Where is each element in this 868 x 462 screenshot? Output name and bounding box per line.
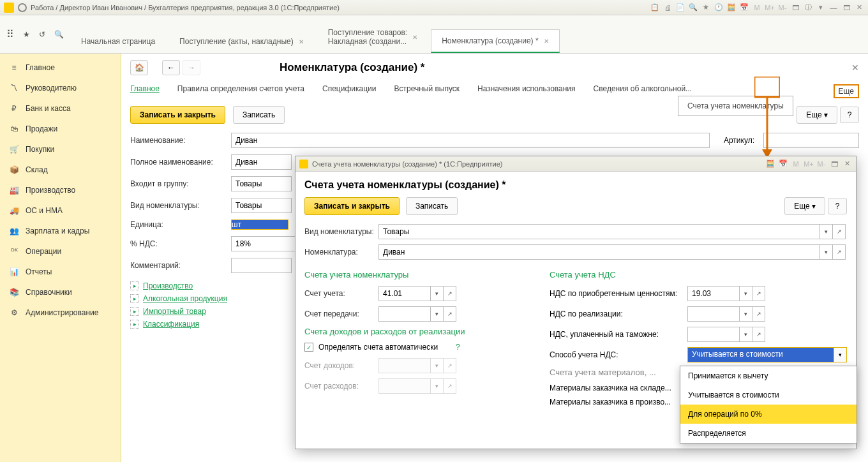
- acc-combo[interactable]: ▾↗: [378, 286, 456, 301]
- dropdown-opt-distribute[interactable]: Распределяется: [680, 424, 857, 443]
- sidebar-item-salary[interactable]: 👥Зарплата и кадры: [0, 221, 121, 241]
- open-icon[interactable]: ↗: [752, 307, 765, 321]
- close-icon[interactable]: ✕: [842, 159, 852, 169]
- kind-input[interactable]: [231, 198, 292, 213]
- help-icon[interactable]: ?: [456, 343, 460, 352]
- popup-more-button[interactable]: Еще ▾: [784, 197, 825, 215]
- sidebar-item-bank[interactable]: ₽Банк и касса: [0, 98, 121, 119]
- sidebar-item-main[interactable]: ≡Главное: [0, 57, 121, 78]
- apps-icon[interactable]: ⠿: [6, 28, 14, 40]
- close-icon[interactable]: ✕: [854, 3, 864, 13]
- popup-nom-input[interactable]: [379, 245, 819, 259]
- calc-icon[interactable]: 🧮: [726, 3, 737, 13]
- sidebar-item-sales[interactable]: 🛍Продажи: [0, 119, 121, 139]
- vat-method-combo[interactable]: Учитывается в стоимости ▾: [687, 347, 847, 362]
- sidebar-item-reports[interactable]: 📊Отчеты: [0, 262, 121, 282]
- expand-icon[interactable]: ▸: [130, 320, 139, 329]
- name-input[interactable]: [231, 133, 710, 148]
- m-btn[interactable]: M: [791, 159, 801, 169]
- popup-help-button[interactable]: ?: [828, 198, 847, 214]
- subnav-main[interactable]: Главное: [130, 84, 160, 98]
- minimize-icon[interactable]: —: [828, 3, 839, 13]
- subnav-usage[interactable]: Назначения использования: [477, 84, 575, 98]
- m-minus-btn[interactable]: M-: [777, 3, 788, 13]
- toolbar-icon[interactable]: 📄: [675, 3, 685, 13]
- star-icon[interactable]: ★: [23, 30, 30, 39]
- dropdown-icon[interactable]: ▾: [816, 3, 826, 13]
- help-button[interactable]: ?: [840, 107, 859, 123]
- close-page-icon[interactable]: ✕: [851, 63, 859, 73]
- tab-acts[interactable]: Поступление (акты, накладные)✕: [168, 30, 315, 53]
- dropdown-icon[interactable]: ▾: [834, 348, 846, 362]
- home-button[interactable]: 🏠: [130, 60, 148, 75]
- comment-input[interactable]: [231, 258, 292, 273]
- sidebar-item-assets[interactable]: 🚚ОС и НМА: [0, 200, 121, 221]
- link-production[interactable]: Производство: [143, 281, 193, 290]
- open-icon[interactable]: ↗: [443, 307, 456, 321]
- m-minus-btn[interactable]: M-: [816, 159, 827, 169]
- vat-real-combo[interactable]: ▾↗: [687, 306, 765, 322]
- dropdown-opt-deduct[interactable]: Принимается к вычету: [680, 366, 857, 385]
- clock-icon[interactable]: 🕐: [714, 3, 724, 13]
- toolbar-icon[interactable]: 🖨: [662, 3, 673, 13]
- cal-icon[interactable]: 📅: [778, 159, 788, 169]
- open-icon[interactable]: ↗: [752, 287, 765, 301]
- subnav-specs[interactable]: Спецификации: [322, 84, 376, 98]
- link-classification[interactable]: Классификация: [143, 320, 199, 329]
- sidebar-item-purchases[interactable]: 🛒Покупки: [0, 139, 121, 160]
- link-alcohol[interactable]: Алкогольная продукция: [143, 294, 227, 303]
- sidebar-item-warehouse[interactable]: 📦Склад: [0, 160, 121, 180]
- subnav-alcohol[interactable]: Сведения об алкогольной...: [594, 84, 692, 98]
- unit-input[interactable]: [231, 220, 288, 230]
- calc-icon[interactable]: 🧮: [765, 159, 775, 169]
- search-icon[interactable]: 🔍: [54, 30, 64, 39]
- maximize-icon[interactable]: 🗖: [841, 3, 851, 13]
- window-restore-icon[interactable]: 🗖: [829, 159, 839, 169]
- sidebar-item-refs[interactable]: 📚Справочники: [0, 282, 121, 302]
- open-icon[interactable]: ↗: [752, 327, 765, 341]
- tab-close-icon[interactable]: ✕: [544, 38, 549, 45]
- sidebar-item-manager[interactable]: 〽Руководителю: [0, 78, 121, 98]
- sidebar-item-admin[interactable]: ⚙Администрирование: [0, 302, 121, 323]
- dropdown-icon[interactable]: ▾: [739, 327, 752, 341]
- save-button[interactable]: Записать: [233, 106, 285, 124]
- tab-nomenclature[interactable]: Номенклатура (создание) *✕: [431, 29, 559, 53]
- popup-kind-input[interactable]: [379, 225, 819, 239]
- m-btn[interactable]: M: [752, 3, 762, 13]
- vat-cust-input[interactable]: [688, 327, 739, 341]
- open-icon[interactable]: ↗: [832, 225, 845, 239]
- tab-goods[interactable]: Поступление товаров:Накладная (создани..…: [317, 21, 428, 53]
- tab-close-icon[interactable]: ✕: [299, 38, 304, 45]
- subnav-rules[interactable]: Правила определения счетов учета: [177, 84, 304, 98]
- m-plus-btn[interactable]: M+: [765, 3, 775, 13]
- trans-combo[interactable]: ▾↗: [378, 306, 456, 322]
- trans-input[interactable]: [379, 307, 430, 321]
- info-icon[interactable]: ⓘ: [803, 3, 813, 13]
- tab-close-icon[interactable]: ✕: [412, 34, 417, 41]
- cal-icon[interactable]: 📅: [739, 3, 749, 13]
- auto-checkbox[interactable]: ✓: [304, 343, 313, 352]
- open-icon[interactable]: ↗: [443, 287, 456, 301]
- vat-cust-combo[interactable]: ▾↗: [687, 327, 765, 342]
- dropdown-icon[interactable]: ▾: [739, 307, 752, 321]
- toolbar-icon[interactable]: 🔍: [688, 3, 698, 13]
- sidebar-item-operations[interactable]: ᴰᴷОперации: [0, 241, 121, 262]
- history-icon[interactable]: ↺: [39, 30, 45, 39]
- dropdown-icon[interactable]: ▾: [819, 225, 832, 239]
- subnav-more[interactable]: Еще: [834, 84, 859, 98]
- popup-nom-combo[interactable]: ▾↗: [378, 244, 846, 260]
- dropdown-icon[interactable]: ▾: [819, 245, 832, 259]
- acc-input[interactable]: [379, 287, 430, 301]
- open-icon[interactable]: ↗: [832, 245, 845, 259]
- sidebar-item-production[interactable]: 🏭Производство: [0, 180, 121, 200]
- m-plus-btn[interactable]: M+: [804, 159, 814, 169]
- more-button[interactable]: Еще ▾: [797, 106, 837, 124]
- dropdown-icon[interactable]: ▾: [430, 287, 443, 301]
- dropdown-opt-cost[interactable]: Учитывается в стоимости: [680, 385, 857, 405]
- save-close-button[interactable]: Записать и закрыть: [130, 106, 225, 124]
- forward-button[interactable]: →: [183, 60, 200, 75]
- dropdown-icon[interactable]: ▾: [739, 287, 752, 301]
- expand-icon[interactable]: ▸: [130, 281, 139, 290]
- popup-save-close-button[interactable]: Записать и закрыть: [304, 197, 400, 215]
- star-icon[interactable]: ★: [701, 3, 711, 13]
